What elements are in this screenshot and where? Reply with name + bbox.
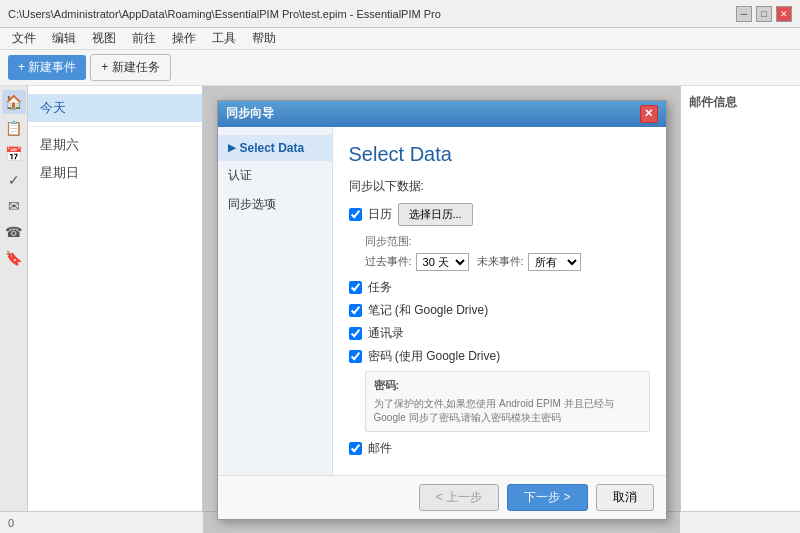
dialog-heading: Select Data xyxy=(349,143,650,166)
next-button[interactable]: 下一步 > xyxy=(507,484,587,511)
main-layout: 🏠 📋 📅 ✓ ✉ ☎ 🔖 🗑 今天 星期六 星期日 同步向导 ✕ xyxy=(0,86,800,533)
past-label: 过去事件: xyxy=(365,254,412,269)
nav-sunday[interactable]: 星期日 xyxy=(28,159,202,187)
dialog-title: 同步向导 xyxy=(226,105,640,122)
passwords-checkbox[interactable] xyxy=(349,350,362,363)
window-controls: ─ □ ✕ xyxy=(736,6,792,22)
dialog-close-button[interactable]: ✕ xyxy=(640,105,658,123)
sidebar-icon-calendar[interactable]: 📅 xyxy=(2,142,26,166)
dialog-nav-sync-options[interactable]: 同步选项 xyxy=(218,190,332,219)
mail-checkbox[interactable] xyxy=(349,442,362,455)
dialog-backdrop: 同步向导 ✕ ▶ Select Data 认证 xyxy=(203,86,680,533)
sidebar-icons: 🏠 📋 📅 ✓ ✉ ☎ 🔖 🗑 xyxy=(0,86,28,533)
window-close-button[interactable]: ✕ xyxy=(776,6,792,22)
sidebar-icon-tasks[interactable]: ✓ xyxy=(2,168,26,192)
sync-intro-label: 同步以下数据: xyxy=(349,178,650,195)
future-event-range: 未来事件: 所有 30 天 60 天 90 天 xyxy=(477,253,581,271)
nav-arrow-icon: ▶ xyxy=(228,142,236,153)
sync-dialog: 同步向导 ✕ ▶ Select Data 认证 xyxy=(217,100,667,520)
notes-label: 笔记 (和 Google Drive) xyxy=(368,302,489,319)
maximize-button[interactable]: □ xyxy=(756,6,772,22)
dialog-nav-select-data-label: Select Data xyxy=(240,141,305,155)
sync-range-row: 过去事件: 30 天 60 天 90 天 全部 未来事件: xyxy=(365,253,650,271)
dialog-body: ▶ Select Data 认证 同步选项 Select Data 同 xyxy=(218,127,666,475)
mail-row: 邮件 xyxy=(349,440,650,457)
right-sidebar-title: 邮件信息 xyxy=(689,94,792,111)
toolbar: + 新建事件 + 新建任务 xyxy=(0,50,800,86)
dialog-nav-auth-label: 认证 xyxy=(228,167,252,184)
dialog-nav-auth[interactable]: 认证 xyxy=(218,161,332,190)
menu-bar: 文件 编辑 视图 前往 操作 工具 帮助 xyxy=(0,28,800,50)
sync-range-label: 同步范围: xyxy=(365,234,650,249)
future-label: 未来事件: xyxy=(477,254,524,269)
calendar-row: 日历 选择日历... xyxy=(349,203,650,226)
contacts-label: 通讯录 xyxy=(368,325,404,342)
nav-today[interactable]: 今天 xyxy=(28,94,202,122)
dialog-content: Select Data 同步以下数据: 日历 选择日历... 同步范围: xyxy=(333,127,666,475)
menu-tools[interactable]: 工具 xyxy=(204,28,244,49)
past-select[interactable]: 30 天 60 天 90 天 全部 xyxy=(416,253,469,271)
password-section-title: 密码: xyxy=(374,378,641,393)
menu-edit[interactable]: 编辑 xyxy=(44,28,84,49)
past-event-range: 过去事件: 30 天 60 天 90 天 全部 xyxy=(365,253,469,271)
notes-checkbox[interactable] xyxy=(349,304,362,317)
mail-label: 邮件 xyxy=(368,440,392,457)
future-select[interactable]: 所有 30 天 60 天 90 天 xyxy=(528,253,581,271)
new-event-button[interactable]: + 新建事件 xyxy=(8,55,86,80)
menu-action[interactable]: 操作 xyxy=(164,28,204,49)
minimize-button[interactable]: ─ xyxy=(736,6,752,22)
window-title: C:\Users\Administrator\AppData\Roaming\E… xyxy=(8,8,736,20)
content-area: 同步向导 ✕ ▶ Select Data 认证 xyxy=(203,86,680,533)
sidebar-icon-notes[interactable]: 📋 xyxy=(2,116,26,140)
menu-file[interactable]: 文件 xyxy=(4,28,44,49)
dialog-footer: < 上一步 下一步 > 取消 xyxy=(218,475,666,519)
select-calendar-button[interactable]: 选择日历... xyxy=(398,203,473,226)
dialog-title-bar: 同步向导 ✕ xyxy=(218,101,666,127)
password-description: 为了保护的文件,如果您使用 Android EPIM 并且已经与 Google … xyxy=(374,397,641,425)
menu-goto[interactable]: 前往 xyxy=(124,28,164,49)
back-button[interactable]: < 上一步 xyxy=(419,484,499,511)
tasks-row: 任务 xyxy=(349,279,650,296)
dialog-nav-select-data[interactable]: ▶ Select Data xyxy=(218,135,332,161)
new-task-button[interactable]: + 新建任务 xyxy=(90,54,170,81)
sync-range: 同步范围: 过去事件: 30 天 60 天 90 天 全部 xyxy=(365,234,650,271)
calendar-label: 日历 xyxy=(368,206,392,223)
sidebar-icon-home[interactable]: 🏠 xyxy=(2,90,26,114)
contacts-checkbox[interactable] xyxy=(349,327,362,340)
sidebar-icon-contacts[interactable]: ☎ xyxy=(2,220,26,244)
passwords-row: 密码 (使用 Google Drive) xyxy=(349,348,650,365)
contacts-row: 通讯录 xyxy=(349,325,650,342)
sidebar-icon-bookmarks[interactable]: 🔖 xyxy=(2,246,26,270)
nav-divider xyxy=(28,126,202,127)
title-bar: C:\Users\Administrator\AppData\Roaming\E… xyxy=(0,0,800,28)
nav-panel: 今天 星期六 星期日 xyxy=(28,86,203,533)
notes-row: 笔记 (和 Google Drive) xyxy=(349,302,650,319)
calendar-checkbox[interactable] xyxy=(349,208,362,221)
passwords-label: 密码 (使用 Google Drive) xyxy=(368,348,501,365)
tasks-label: 任务 xyxy=(368,279,392,296)
nav-saturday[interactable]: 星期六 xyxy=(28,131,202,159)
password-section: 密码: 为了保护的文件,如果您使用 Android EPIM 并且已经与 Goo… xyxy=(365,371,650,432)
menu-help[interactable]: 帮助 xyxy=(244,28,284,49)
sidebar-icon-mail[interactable]: ✉ xyxy=(2,194,26,218)
status-text: 0 xyxy=(8,517,14,529)
cancel-button[interactable]: 取消 xyxy=(596,484,654,511)
tasks-checkbox[interactable] xyxy=(349,281,362,294)
right-sidebar: 邮件信息 xyxy=(680,86,800,533)
menu-view[interactable]: 视图 xyxy=(84,28,124,49)
dialog-nav: ▶ Select Data 认证 同步选项 xyxy=(218,127,333,475)
dialog-nav-sync-options-label: 同步选项 xyxy=(228,196,276,213)
